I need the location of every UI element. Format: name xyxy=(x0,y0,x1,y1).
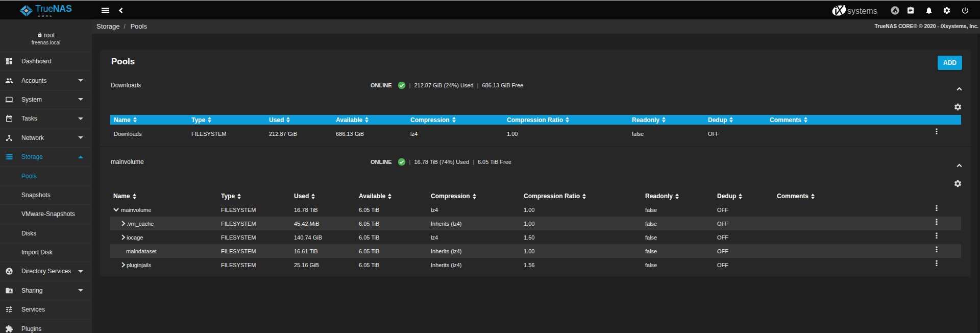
svg-text:systems: systems xyxy=(847,7,877,15)
